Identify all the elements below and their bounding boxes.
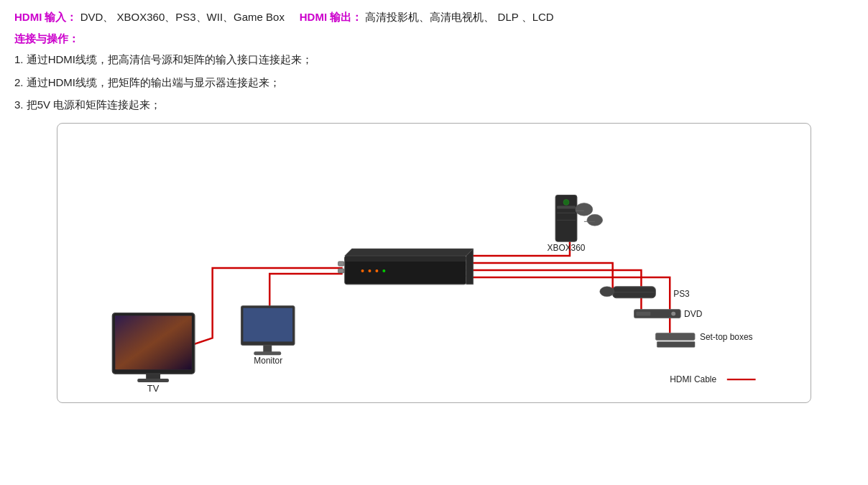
svg-text:Monitor: Monitor <box>254 356 282 366</box>
svg-point-33 <box>587 214 603 226</box>
svg-text:HDMI Cable: HDMI Cable <box>670 374 716 384</box>
hdmi-output-devices: 高清投影机、高清电视机、 DLP 、LCD <box>365 11 553 23</box>
svg-rect-8 <box>338 268 344 272</box>
svg-rect-27 <box>557 205 576 208</box>
svg-point-9 <box>361 269 364 272</box>
svg-rect-45 <box>657 341 695 347</box>
svg-rect-23 <box>263 345 272 352</box>
svg-text:Set-top boxes: Set-top boxes <box>700 332 753 342</box>
connection-title: 连接与操作： <box>14 32 854 46</box>
svg-rect-24 <box>254 351 281 355</box>
svg-point-39 <box>600 286 614 296</box>
hdmi-input-label: HDMI 输入： <box>14 11 78 23</box>
svg-text:DVD: DVD <box>684 308 703 318</box>
instruction-3: 3. 把5V 电源和矩阵连接起来； <box>14 96 854 114</box>
svg-text:PS3: PS3 <box>673 288 690 298</box>
svg-rect-7 <box>338 262 344 266</box>
instruction-2: 2. 通过HDMI线缆，把矩阵的输出端与显示器连接起来； <box>14 73 854 92</box>
hdmi-input-devices: DVD、 XBOX360、PS3、WII、Game Box <box>80 11 285 23</box>
instructions-section: 1. 通过HDMI线缆，把高清信号源和矩阵的输入接口连接起来； 2. 通过HDM… <box>14 50 854 114</box>
instruction-1: 1. 通过HDMI线缆，把高清信号源和矩阵的输入接口连接起来； <box>14 50 854 69</box>
hdmi-output-label: HDMI 输出： <box>300 11 363 23</box>
svg-rect-44 <box>655 333 695 340</box>
svg-rect-41 <box>636 311 650 315</box>
header-line: HDMI 输入： DVD、 XBOX360、PS3、WII、Game Box H… <box>14 7 854 27</box>
svg-point-42 <box>671 311 675 315</box>
svg-marker-13 <box>345 249 474 256</box>
svg-rect-17 <box>115 315 191 369</box>
svg-text:TV: TV <box>147 383 160 394</box>
svg-point-12 <box>382 269 385 272</box>
svg-text:XBOX360: XBOX360 <box>547 243 585 253</box>
svg-point-11 <box>375 269 378 272</box>
svg-rect-18 <box>146 374 160 379</box>
svg-rect-2 <box>345 256 466 262</box>
svg-rect-19 <box>137 379 169 382</box>
svg-point-10 <box>368 269 371 272</box>
svg-point-30 <box>563 199 569 205</box>
svg-rect-22 <box>243 308 292 341</box>
svg-point-31 <box>576 203 593 216</box>
connection-diagram: TV Monitor XBOX360 PS3 <box>57 123 811 403</box>
diagram-svg: TV Monitor XBOX360 PS3 <box>65 131 803 395</box>
